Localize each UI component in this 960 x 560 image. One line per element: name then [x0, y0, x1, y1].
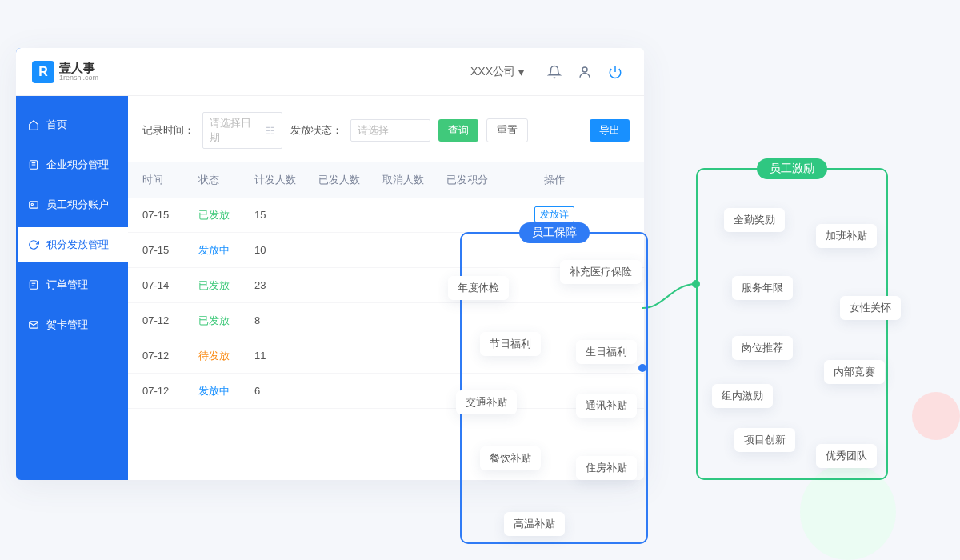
- calendar-icon: ☷: [266, 125, 275, 137]
- bell-icon[interactable]: [542, 59, 567, 85]
- sidebar-item-enterprise-points[interactable]: 企业积分管理: [16, 147, 128, 182]
- sidebar-item-distribution[interactable]: 积分发放管理: [16, 227, 128, 262]
- sidebar-item-label: 企业积分管理: [46, 158, 109, 172]
- svg-point-6: [31, 203, 33, 205]
- tag: 餐饮补贴: [480, 446, 541, 470]
- col-points: 已发积分: [446, 173, 518, 187]
- cell-status: 待发放: [198, 349, 254, 363]
- brand-sub: 1renshi.com: [59, 74, 98, 82]
- cell-plan: 11: [254, 350, 318, 362]
- col-cancel-count: 取消人数: [382, 173, 446, 187]
- status-label: 发放状态：: [290, 123, 342, 138]
- tag: 高温补贴: [504, 512, 565, 536]
- svg-point-0: [582, 67, 587, 72]
- svg-rect-7: [30, 281, 37, 290]
- sidebar-item-label: 订单管理: [46, 278, 88, 292]
- cell-status: 发放中: [198, 243, 254, 258]
- cell-plan: 15: [254, 209, 318, 221]
- cell-plan: 6: [254, 385, 318, 397]
- sidebar-item-label: 员工积分账户: [46, 198, 109, 212]
- sidebar-item-label: 贺卡管理: [46, 318, 88, 332]
- home-icon: [27, 118, 40, 131]
- cell-date: 07-12: [142, 350, 198, 362]
- refresh-icon: [27, 238, 40, 251]
- tag: 加班补贴: [816, 224, 877, 248]
- tag: 节日福利: [480, 332, 541, 356]
- power-icon[interactable]: [602, 59, 628, 85]
- user-icon[interactable]: [572, 59, 598, 85]
- cell-status: 发放中: [198, 384, 254, 398]
- tag: 项目创新: [734, 428, 795, 452]
- col-done-count: 已发人数: [318, 173, 382, 187]
- cell-date: 07-15: [142, 209, 198, 221]
- col-status: 状态: [198, 173, 254, 187]
- sidebar-item-cards[interactable]: 贺卡管理: [16, 307, 128, 342]
- col-op: 操作: [518, 173, 590, 187]
- mindmap-title-2: 员工激励: [757, 158, 827, 179]
- search-button[interactable]: 查询: [438, 119, 478, 142]
- tag: 组内激励: [712, 384, 773, 408]
- mindmap-title-1: 员工保障: [519, 222, 590, 243]
- tag: 年度体检: [448, 276, 509, 300]
- brand-name: 壹人事: [59, 62, 98, 74]
- list-icon: [27, 278, 40, 291]
- record-time-label: 记录时间：: [142, 123, 194, 138]
- company-selector[interactable]: XXX公司 ▾: [470, 65, 524, 79]
- sidebar-item-home[interactable]: 首页: [16, 107, 128, 142]
- sidebar: 首页 企业积分管理 员工积分账户 积分发放管理 订单管理 贺卡管理: [16, 48, 128, 480]
- cell-status: 已发放: [198, 208, 254, 222]
- chevron-down-icon: ▾: [518, 66, 524, 78]
- header-bar: R 壹人事 1renshi.com XXX公司 ▾: [16, 48, 644, 96]
- cell-date: 07-14: [142, 279, 198, 291]
- cell-plan: 23: [254, 279, 318, 291]
- svg-rect-5: [30, 202, 38, 208]
- cell-plan: 8: [254, 314, 318, 326]
- brand-logo: R 壹人事 1renshi.com: [32, 61, 98, 83]
- id-card-icon: [27, 198, 40, 211]
- sidebar-item-label: 积分发放管理: [46, 238, 109, 252]
- cell-plan: 10: [254, 244, 318, 256]
- tag: 女性关怀: [840, 296, 901, 320]
- tag: 全勤奖励: [724, 208, 785, 232]
- tag: 住房补贴: [576, 456, 637, 480]
- sidebar-item-employee-account[interactable]: 员工积分账户: [16, 187, 128, 222]
- status-select[interactable]: 请选择: [350, 119, 430, 142]
- cell-date: 07-12: [142, 385, 198, 397]
- tag: 生日福利: [576, 340, 637, 364]
- document-icon: [27, 158, 40, 171]
- tag: 补充医疗保险: [560, 260, 642, 284]
- sidebar-item-orders[interactable]: 订单管理: [16, 267, 128, 302]
- sidebar-item-label: 首页: [46, 118, 67, 132]
- tag: 优秀团队: [816, 444, 877, 468]
- date-picker[interactable]: 请选择日期 ☷: [202, 112, 282, 149]
- cell-status: 已发放: [198, 278, 254, 293]
- cell-op: 发放详: [518, 208, 590, 222]
- tag: 岗位推荐: [732, 336, 793, 360]
- brand-logo-icon: R: [32, 61, 54, 83]
- filter-bar: 记录时间： 请选择日期 ☷ 发放状态： 请选择 查询 重置 导出: [128, 96, 644, 162]
- envelope-icon: [27, 318, 40, 331]
- reset-button[interactable]: 重置: [486, 118, 528, 142]
- cell-date: 07-15: [142, 244, 198, 256]
- tag: 通讯补贴: [576, 394, 637, 418]
- detail-link[interactable]: 发放详: [534, 206, 574, 222]
- cell-date: 07-12: [142, 314, 198, 326]
- tag: 内部竞赛: [824, 360, 885, 384]
- cell-status: 已发放: [198, 314, 254, 328]
- export-button[interactable]: 导出: [590, 119, 630, 142]
- table-header: 时间 状态 计发人数 已发人数 取消人数 已发积分 操作: [128, 162, 644, 198]
- col-date: 时间: [142, 173, 198, 187]
- tag: 交通补贴: [456, 390, 517, 414]
- tag: 服务年限: [732, 276, 793, 300]
- col-plan-count: 计发人数: [254, 173, 318, 187]
